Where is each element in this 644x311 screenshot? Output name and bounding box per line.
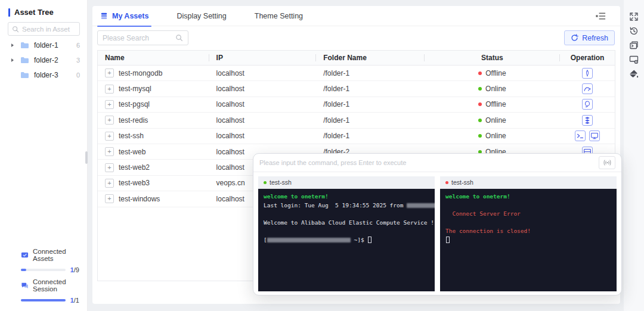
terminal-tab[interactable]: test-ssh bbox=[264, 179, 292, 186]
folder-count-badge: 0 bbox=[76, 71, 81, 79]
folder-icon bbox=[20, 71, 29, 79]
op-redis-icon[interactable] bbox=[582, 115, 593, 126]
row-expand-icon[interactable]: + bbox=[105, 179, 114, 188]
asset-status: Online bbox=[425, 85, 560, 93]
terminal-tabbar: test-ssh bbox=[258, 176, 435, 189]
terminal-tab[interactable]: test-ssh bbox=[445, 179, 473, 186]
folder-count-badge: 3 bbox=[76, 57, 81, 64]
column-header-name: Name bbox=[98, 51, 209, 65]
table-row[interactable]: +test-mysqllocalhost/folder-1Online bbox=[98, 81, 615, 97]
asset-folder: /folder-1 bbox=[316, 132, 425, 140]
table-row[interactable]: +test-sshlocalhost/folder-1Online bbox=[98, 129, 615, 144]
connection-stats: Connected Assets 1/9 Connected Session 1… bbox=[21, 248, 79, 305]
op-mysql-icon[interactable] bbox=[582, 83, 593, 94]
row-expand-icon[interactable]: + bbox=[105, 163, 114, 172]
row-expand-icon[interactable]: + bbox=[105, 194, 114, 203]
terminal-pane: test-sshwelcome to oneterm! Connect Serv… bbox=[440, 176, 617, 291]
op-mongodb-icon[interactable] bbox=[582, 68, 593, 79]
asset-operations bbox=[560, 130, 615, 141]
asset-ip: localhost bbox=[209, 100, 317, 108]
asset-name: test-redis bbox=[119, 116, 148, 125]
table-row[interactable]: +test-mongodblocalhost/folder-1Offline bbox=[98, 66, 615, 81]
command-input[interactable] bbox=[259, 159, 594, 166]
expand-caret-icon[interactable] bbox=[11, 43, 14, 47]
table-search-input[interactable] bbox=[103, 34, 172, 42]
folder-icon bbox=[20, 42, 29, 49]
asset-status: Offline bbox=[425, 100, 560, 108]
column-header-status: Status bbox=[425, 51, 560, 65]
connected-assets-row: Connected Assets bbox=[21, 248, 79, 262]
tab-my-assets[interactable]: My Assets bbox=[100, 6, 148, 26]
op-pgsql-icon[interactable] bbox=[582, 99, 593, 110]
terminal-cursor bbox=[368, 237, 371, 243]
tab-display-setting[interactable]: Display Setting bbox=[177, 6, 226, 26]
asset-status: Online bbox=[425, 132, 560, 140]
status-dot-icon bbox=[478, 102, 482, 106]
asset-name: test-mysql bbox=[119, 85, 151, 93]
theme-paint-icon[interactable] bbox=[628, 69, 639, 79]
row-expand-icon[interactable]: + bbox=[105, 116, 114, 125]
folder-icon bbox=[20, 57, 29, 64]
connected-assets-icon bbox=[21, 251, 29, 259]
asset-name: test-mongodb bbox=[119, 69, 162, 77]
table-search-box bbox=[97, 30, 188, 45]
title-accent-bar bbox=[8, 8, 10, 17]
table-row[interactable]: +test-pgsqllocalhost/folder-1Offline bbox=[98, 97, 615, 113]
row-expand-icon[interactable]: + bbox=[105, 147, 114, 156]
terminal-panes: test-sshwelcome to oneterm!Last login: T… bbox=[258, 176, 617, 291]
history-icon[interactable] bbox=[628, 26, 639, 36]
broadcast-icon bbox=[603, 159, 612, 166]
session-progress-value: 1/1 bbox=[70, 297, 79, 304]
asset-folder: /folder-1 bbox=[316, 85, 425, 93]
tab-label: Theme Setting bbox=[255, 12, 303, 20]
row-expand-icon[interactable]: + bbox=[105, 85, 114, 94]
asset-ip: localhost bbox=[209, 69, 317, 77]
table-row[interactable]: +test-redislocalhost/folder-1Online bbox=[98, 113, 615, 128]
row-expand-icon[interactable]: + bbox=[105, 69, 114, 77]
terminal-screen[interactable]: welcome to oneterm!Last login: Tue Aug 5… bbox=[258, 189, 435, 291]
connected-session-row: Connected Session bbox=[21, 278, 79, 293]
refresh-button[interactable]: Refresh bbox=[564, 30, 615, 45]
tree-item-folder-3[interactable]: folder-3 0 bbox=[0, 67, 87, 82]
tree-item-folder-1[interactable]: folder-1 6 bbox=[0, 38, 87, 52]
row-expand-icon[interactable]: + bbox=[105, 132, 114, 141]
asset-name: test-pgsql bbox=[119, 100, 150, 108]
asset-tree-sidebar: Asset Tree folder-1 6 folder-2 3 bbox=[0, 0, 88, 311]
folder-count-badge: 6 bbox=[76, 42, 81, 49]
sidebar-header: Asset Tree bbox=[8, 8, 54, 17]
row-expand-icon[interactable]: + bbox=[105, 100, 114, 109]
redacted-text bbox=[267, 238, 351, 242]
tab-theme-setting[interactable]: Theme Setting bbox=[255, 6, 303, 26]
session-progress-row: 1/1 bbox=[21, 297, 79, 304]
display-settings-icon[interactable] bbox=[628, 54, 639, 65]
asset-name: test-web bbox=[119, 148, 145, 156]
sidebar-resize-handle[interactable] bbox=[85, 151, 88, 164]
asset-search-input[interactable] bbox=[22, 26, 76, 33]
multi-window-icon[interactable] bbox=[628, 40, 639, 51]
folder-label: folder-3 bbox=[34, 71, 76, 79]
terminal-screen[interactable]: welcome to oneterm! Connect Server Error… bbox=[440, 189, 617, 291]
asset-name: test-web2 bbox=[119, 163, 150, 172]
broadcast-toggle[interactable] bbox=[599, 156, 615, 169]
asset-name: test-windows bbox=[119, 195, 160, 203]
tree-item-folder-2[interactable]: folder-2 3 bbox=[0, 52, 87, 67]
terminal-cursor bbox=[446, 237, 450, 243]
status-dot-icon bbox=[478, 71, 482, 75]
asset-ip: localhost bbox=[209, 132, 317, 140]
asset-folder: /folder-1 bbox=[316, 69, 425, 77]
session-progress-bar bbox=[21, 299, 66, 301]
columns-setting-icon[interactable] bbox=[595, 12, 606, 20]
connected-session-label: Connected Session bbox=[33, 278, 79, 293]
op-ssh-terminal-icon[interactable] bbox=[575, 130, 586, 141]
fullscreen-icon[interactable] bbox=[628, 11, 639, 22]
my-assets-icon bbox=[100, 12, 108, 20]
connection-status-dot bbox=[264, 181, 267, 184]
connected-session-icon bbox=[21, 282, 29, 290]
op-remote-desktop-icon[interactable] bbox=[589, 130, 600, 141]
tab-label: Display Setting bbox=[177, 12, 226, 20]
folder-label: folder-1 bbox=[34, 41, 76, 49]
status-dot-icon bbox=[478, 87, 482, 91]
connection-status-dot bbox=[445, 181, 448, 184]
column-header-folder: Folder Name bbox=[316, 51, 425, 65]
expand-caret-icon[interactable] bbox=[11, 58, 14, 62]
